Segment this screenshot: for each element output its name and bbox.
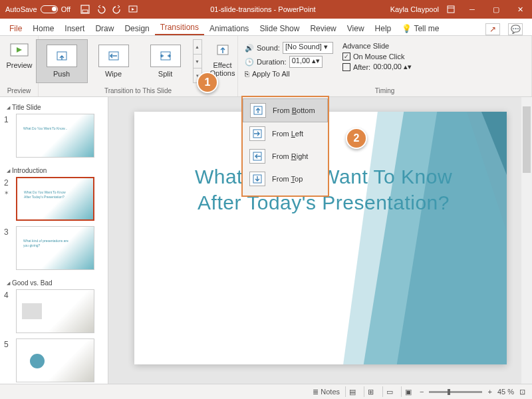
- option-from-right-label: From Right: [272, 152, 308, 160]
- quick-access-toolbar: [76, 4, 142, 15]
- thumb-number: 4: [4, 289, 12, 300]
- slide-thumb-3[interactable]: What kind of presentations are you givin…: [16, 226, 94, 270]
- after-label: After:: [353, 63, 370, 71]
- tab-view[interactable]: View: [342, 21, 370, 35]
- status-bar: ≣ Notes ▤ ⊞ ▭ ▣ − + 45 % ⊡: [0, 384, 532, 399]
- from-left-icon: [249, 126, 265, 141]
- fit-to-window-button[interactable]: ⊡: [519, 388, 525, 396]
- tell-me-label: Tell me: [414, 24, 439, 33]
- undo-icon[interactable]: [96, 4, 106, 15]
- slide-thumb-4[interactable]: [16, 289, 94, 333]
- mnemonic: B: [292, 106, 297, 114]
- minimize-button[interactable]: ─: [460, 0, 484, 19]
- option-from-left-label: From Left: [272, 130, 303, 138]
- tab-draw[interactable]: Draw: [90, 21, 119, 35]
- tab-transitions[interactable]: Transitions: [155, 20, 204, 35]
- notes-label: Notes: [321, 388, 340, 396]
- title-bar: AutoSave Off 01-slide-transitions - Powe…: [0, 0, 532, 19]
- zoom-in-button[interactable]: +: [487, 388, 491, 396]
- effect-options-icon: [213, 42, 233, 59]
- tab-home[interactable]: Home: [27, 21, 59, 35]
- sound-value: [No Sound]: [285, 43, 322, 51]
- after-input[interactable]: 00:00,00 ▴▾: [373, 63, 413, 71]
- tab-design[interactable]: Design: [119, 21, 154, 35]
- ribbon: Preview Preview Push Wipe Split: [0, 36, 532, 97]
- apply-to-all-button[interactable]: ⎘ Apply To All: [245, 70, 333, 78]
- normal-view-button[interactable]: ▤: [345, 386, 358, 397]
- tell-me[interactable]: 💡 Tell me: [396, 21, 444, 35]
- duration-label: Duration:: [257, 58, 287, 66]
- autosave-state: Off: [61, 5, 70, 13]
- autosave-label: AutoSave: [5, 5, 37, 13]
- from-bottom-icon: [250, 103, 266, 118]
- thumb-3-text: What kind of presentations are you givin…: [23, 239, 74, 247]
- mnemonic: L: [291, 130, 295, 138]
- slide-background-graphic: [340, 112, 507, 364]
- save-icon[interactable]: [80, 4, 90, 15]
- transition-gallery: Push Wipe Split ▲ ▼ ▾: [36, 39, 202, 83]
- thumb-number: 3: [4, 226, 12, 237]
- window-controls: ─ ▢ ✕: [460, 0, 532, 19]
- slide-thumb-5[interactable]: [16, 338, 94, 382]
- slide-thumb-1[interactable]: What Do You Want To Know...: [16, 114, 94, 158]
- slideshow-view-button[interactable]: ▣: [401, 386, 414, 397]
- tab-insert[interactable]: Insert: [59, 21, 90, 35]
- option-from-left[interactable]: From Left: [243, 122, 328, 145]
- close-button[interactable]: ✕: [508, 0, 532, 19]
- advance-slide: Advance Slide ✓ On Mouse Click After: 00…: [338, 39, 417, 73]
- option-from-bottom[interactable]: From Bottom: [243, 98, 328, 122]
- share-button[interactable]: ↗: [485, 23, 500, 35]
- tab-animations[interactable]: Animations: [204, 21, 254, 35]
- tab-help[interactable]: Help: [370, 21, 397, 35]
- section-good-vs-bad[interactable]: Good vs. Bad: [4, 275, 104, 289]
- duration-input[interactable]: 01,00 ▴▾: [289, 56, 323, 68]
- gallery-scroll-down[interactable]: ▼: [194, 55, 201, 69]
- on-mouse-click-checkbox[interactable]: ✓: [342, 53, 350, 61]
- mnemonic: T: [291, 175, 295, 183]
- duration-value: 01,00: [292, 57, 311, 65]
- ribbon-display-icon[interactable]: [446, 4, 456, 15]
- reading-view-button[interactable]: ▭: [382, 386, 396, 397]
- after-value: 00:00,00: [373, 63, 402, 70]
- section-title-slide[interactable]: Title Slide: [4, 100, 104, 114]
- after-checkbox[interactable]: [342, 63, 350, 71]
- thumb-number: 2: [4, 178, 9, 188]
- zoom-slider[interactable]: [429, 391, 482, 393]
- transition-split[interactable]: Split: [140, 39, 192, 83]
- sound-select[interactable]: [No Sound] ▾: [283, 42, 333, 54]
- notes-button[interactable]: ≣ Notes: [313, 388, 340, 396]
- tab-review[interactable]: Review: [305, 21, 341, 35]
- transition-wipe-label: Wipe: [105, 70, 122, 78]
- toggle-icon: [41, 5, 58, 13]
- option-from-top-label: From Top: [272, 175, 303, 183]
- transition-push-label: Push: [53, 70, 70, 78]
- option-from-top[interactable]: From Top: [243, 168, 328, 190]
- redo-icon[interactable]: [112, 4, 122, 15]
- callout-1: 1: [197, 72, 218, 93]
- transition-push[interactable]: Push: [36, 39, 88, 83]
- on-mouse-click-label: On Mouse Click: [353, 53, 405, 61]
- autosave-toggle[interactable]: AutoSave Off: [0, 5, 76, 13]
- option-from-right[interactable]: From Right: [243, 145, 328, 168]
- user-name[interactable]: Kayla Claypool: [384, 5, 446, 13]
- maximize-button[interactable]: ▢: [484, 0, 508, 19]
- timing-controls: 🔊 Sound: [No Sound] ▾ 🕒 Duration: 01,00 …: [242, 39, 336, 80]
- sound-icon: 🔊: [245, 44, 254, 53]
- thumb-number: 1: [4, 114, 12, 124]
- zoom-level[interactable]: 45 %: [497, 388, 514, 396]
- tab-file[interactable]: File: [4, 21, 27, 35]
- slide-sorter-button[interactable]: ⊞: [364, 386, 377, 397]
- sound-label: Sound:: [257, 44, 280, 52]
- start-from-beginning-icon[interactable]: [128, 4, 138, 15]
- svg-rect-3: [448, 6, 454, 13]
- slide-thumb-2[interactable]: What Do You Want To Know After Today's P…: [16, 177, 94, 221]
- preview-button[interactable]: Preview: [4, 39, 35, 72]
- transition-wipe[interactable]: Wipe: [88, 39, 140, 83]
- section-introduction[interactable]: Introduction: [4, 163, 104, 177]
- gallery-scroll-up[interactable]: ▲: [194, 40, 201, 55]
- preview-icon: [9, 42, 29, 59]
- zoom-out-button[interactable]: −: [420, 388, 424, 396]
- tab-slideshow[interactable]: Slide Show: [254, 21, 305, 35]
- vertical-scrollbar[interactable]: [521, 97, 532, 384]
- comments-button[interactable]: 💬: [508, 23, 523, 35]
